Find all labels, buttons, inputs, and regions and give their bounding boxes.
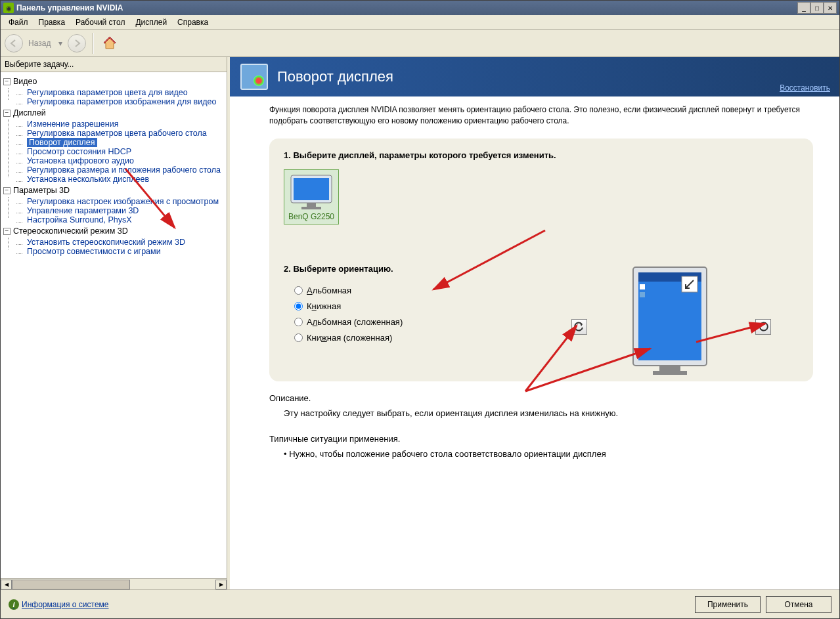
typical-label: Типичные ситуации применения. bbox=[269, 434, 813, 444]
radio-landscape-input[interactable] bbox=[294, 286, 303, 295]
main-panel: Поворот дисплея Восстановить Функция пов… bbox=[230, 57, 839, 589]
maximize-button[interactable]: □ bbox=[810, 2, 824, 14]
radio-landscape-label: Альбомная bbox=[307, 286, 351, 295]
window-title: Панель управления NVIDIA bbox=[16, 3, 797, 12]
back-button[interactable] bbox=[5, 34, 23, 53]
sidebar-header: Выберите задачу... bbox=[1, 57, 227, 72]
collapse-icon[interactable]: − bbox=[3, 187, 11, 194]
menu-file[interactable]: Файл bbox=[3, 16, 33, 28]
radio-portrait-input[interactable] bbox=[294, 302, 303, 310]
sidebar-item-resolution[interactable]: Изменение разрешения bbox=[16, 119, 227, 129]
tree-cat-display[interactable]: −Дисплей bbox=[3, 106, 227, 119]
radio-portrait-flipped-input[interactable] bbox=[294, 333, 303, 342]
radio-landscape-flipped[interactable]: Альбомная (сложенная) bbox=[294, 314, 799, 330]
toolbar-separator bbox=[93, 33, 94, 54]
home-button[interactable] bbox=[100, 34, 119, 53]
monitor-selection[interactable]: BenQ G2250 bbox=[284, 169, 339, 224]
radio-portrait-label: Книжная bbox=[307, 301, 341, 311]
scroll-left-button[interactable]: ◀ bbox=[1, 580, 12, 589]
display-rotate-icon bbox=[240, 64, 268, 90]
back-arrow-icon bbox=[9, 39, 18, 48]
main-body: Функция поворота дисплея NVIDIA позволяе… bbox=[230, 96, 839, 589]
svg-rect-10 bbox=[659, 366, 680, 371]
collapse-icon[interactable]: − bbox=[3, 78, 11, 85]
back-label: Назад bbox=[26, 39, 53, 48]
collapse-icon[interactable]: − bbox=[3, 110, 11, 117]
description-section: Описание. Эту настройку следует выбрать,… bbox=[269, 393, 813, 459]
footer: i Информация о системе Применить Отмена bbox=[1, 589, 839, 618]
svg-rect-3 bbox=[307, 203, 316, 207]
svg-rect-11 bbox=[653, 371, 687, 375]
monitor-label: BenQ G2250 bbox=[287, 212, 336, 221]
rotate-ccw-icon bbox=[574, 322, 585, 332]
rotate-ccw-button[interactable] bbox=[571, 319, 587, 335]
description-label: Описание. bbox=[269, 393, 813, 403]
description-text: Эту настройку следует выбрать, если орие… bbox=[269, 408, 813, 418]
sidebar-item-rotate-display[interactable]: Поворот дисплея bbox=[16, 138, 227, 147]
tree-cat-video[interactable]: −Видео bbox=[3, 75, 227, 88]
radio-landscape-flipped-input[interactable] bbox=[294, 318, 303, 326]
settings-panel: 1. Выберите дисплей, параметры которого … bbox=[269, 139, 813, 381]
orientation-radios: Альбомная Книжная Альбомная (сложенная) bbox=[284, 283, 799, 346]
scroll-right-button[interactable]: ▶ bbox=[215, 580, 227, 589]
sidebar-item-stereo-games[interactable]: Просмотр совместимости с играми bbox=[16, 247, 227, 256]
orientation-preview bbox=[630, 265, 709, 377]
home-icon bbox=[102, 36, 117, 51]
window-buttons: _ □ ✕ bbox=[797, 2, 837, 14]
sidebar-item-size-position[interactable]: Регулировка размера и положения рабочего… bbox=[16, 165, 227, 175]
rotate-cw-icon bbox=[758, 322, 768, 332]
apply-button[interactable]: Применить bbox=[695, 596, 761, 613]
menu-desktop[interactable]: Рабочий стол bbox=[70, 16, 130, 28]
svg-rect-2 bbox=[294, 178, 329, 200]
typical-bullet: Нужно, чтобы положение рабочего стола со… bbox=[269, 449, 813, 459]
intro-text: Функция поворота дисплея NVIDIA позволяе… bbox=[269, 104, 813, 127]
sidebar-item-digital-audio[interactable]: Установка цифрового аудио bbox=[16, 156, 227, 165]
sidebar-item-image-preview[interactable]: Регулировка настроек изображения с просм… bbox=[16, 197, 227, 206]
radio-portrait-flipped[interactable]: Книжная (сложенная) bbox=[294, 330, 799, 346]
task-tree: −Видео Регулировка параметров цвета для … bbox=[1, 72, 227, 578]
info-icon: i bbox=[9, 599, 19, 610]
sidebar-item-video-color[interactable]: Регулировка параметров цвета для видео bbox=[16, 88, 227, 97]
tree-cat-stereo[interactable]: −Стереоскопический режим 3D bbox=[3, 224, 227, 238]
menu-help[interactable]: Справка bbox=[172, 16, 213, 28]
menu-edit[interactable]: Правка bbox=[33, 16, 71, 28]
restore-link[interactable]: Восстановить bbox=[780, 83, 830, 93]
toolbar: Назад ▾ bbox=[1, 30, 839, 57]
page-title: Поворот дисплея bbox=[277, 68, 829, 85]
step2-title: 2. Выберите ориентацию. bbox=[284, 264, 799, 274]
sidebar-item-stereo-setup[interactable]: Установить стереоскопический режим 3D bbox=[16, 238, 227, 247]
system-info-link[interactable]: i Информация о системе bbox=[9, 599, 108, 610]
radio-landscape[interactable]: Альбомная bbox=[294, 283, 799, 299]
collapse-icon[interactable]: − bbox=[3, 228, 11, 235]
minimize-button[interactable]: _ bbox=[797, 2, 810, 14]
sidebar-item-multimonitor[interactable]: Установка нескольких дисплеев bbox=[16, 175, 227, 184]
preview-monitor-icon bbox=[630, 265, 709, 377]
titlebar[interactable]: ◉ Панель управления NVIDIA _ □ ✕ bbox=[1, 1, 839, 15]
radio-landscape-flipped-label: Альбомная (сложенная) bbox=[307, 317, 403, 327]
rotate-cw-button[interactable] bbox=[755, 319, 771, 335]
back-dropdown-icon[interactable]: ▾ bbox=[56, 39, 65, 48]
sidebar-item-manage-3d[interactable]: Управление параметрами 3D bbox=[16, 206, 227, 215]
forward-button[interactable] bbox=[68, 34, 86, 53]
step1-title: 1. Выберите дисплей, параметры которого … bbox=[284, 150, 799, 160]
tree-cat-3d[interactable]: −Параметры 3D bbox=[3, 184, 227, 197]
nvidia-icon: ◉ bbox=[3, 3, 14, 13]
cancel-button[interactable]: Отмена bbox=[766, 596, 831, 613]
sidebar-item-video-image[interactable]: Регулировка параметров изображения для в… bbox=[16, 97, 227, 106]
svg-rect-9 bbox=[640, 292, 645, 297]
scroll-thumb[interactable] bbox=[12, 580, 130, 589]
menubar: Файл Правка Рабочий стол Дисплей Справка bbox=[1, 15, 839, 30]
close-button[interactable]: ✕ bbox=[824, 2, 837, 14]
svg-rect-4 bbox=[301, 207, 321, 209]
radio-portrait-flipped-label: Книжная (сложенная) bbox=[307, 333, 392, 343]
sidebar-item-hdcp[interactable]: Просмотр состояния HDCP bbox=[16, 147, 227, 156]
svg-rect-8 bbox=[640, 284, 645, 289]
body: Выберите задачу... −Видео Регулировка па… bbox=[1, 57, 839, 589]
sidebar-item-desktop-color[interactable]: Регулировка параметров цвета рабочего ст… bbox=[16, 129, 227, 138]
menu-display[interactable]: Дисплей bbox=[130, 16, 172, 28]
forward-arrow-icon bbox=[72, 39, 81, 48]
svg-line-13 bbox=[433, 230, 545, 289]
sidebar-hscroll[interactable]: ◀ ▶ bbox=[1, 578, 227, 589]
sidebar-item-surround[interactable]: Настройка Surround, PhysX bbox=[16, 215, 227, 224]
radio-portrait[interactable]: Книжная bbox=[294, 299, 799, 314]
